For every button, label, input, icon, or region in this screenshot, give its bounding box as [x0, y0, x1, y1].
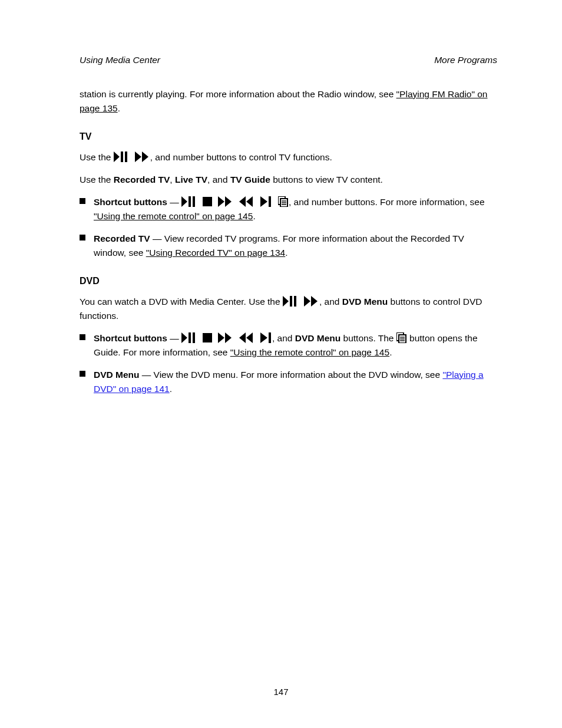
- dvd-menu-label: DVD Menu: [342, 297, 388, 307]
- tv-intro-line2d: buttons to view TV content.: [270, 174, 383, 185]
- tv-b1-t1: —: [170, 197, 181, 207]
- play-pause-icon: [181, 196, 197, 207]
- bullet-icon: [80, 232, 94, 241]
- dvd-intro-b: , and: [319, 297, 342, 307]
- svg-marker-12: [246, 196, 253, 207]
- svg-rect-14: [269, 196, 271, 207]
- next-icon: [260, 196, 272, 207]
- header-left: Using Media Center: [80, 53, 160, 67]
- tv-intro-line2: Use the Recorded TV, Live TV, and TV Gui…: [80, 173, 497, 187]
- tv-bullet-1-label: Shortcut buttons: [94, 197, 167, 207]
- svg-rect-34: [269, 332, 271, 343]
- dvd-bullet-2: DVD Menu — View the DVD menu. For more i…: [94, 368, 497, 396]
- svg-marker-20: [283, 296, 289, 307]
- tv-bullet-1: Shortcut buttons — , and number buttons.…: [94, 195, 497, 223]
- svg-rect-28: [203, 333, 212, 342]
- dvd-b1-t2: , and: [272, 333, 295, 343]
- bullet-icon: [80, 331, 94, 340]
- tv-intro-pre: Use the: [80, 152, 114, 162]
- tv-b1-t2: , and number buttons. For more informati…: [289, 197, 485, 207]
- dvd-menu-label-2: DVD Menu: [295, 333, 341, 343]
- dvd-b2-t1: — View the DVD menu. For more informatio…: [140, 370, 443, 380]
- svg-marker-0: [114, 151, 120, 162]
- tv-intro-suffix: , and number buttons to control TV funct…: [150, 152, 332, 162]
- svg-marker-5: [181, 196, 187, 207]
- guide-icon: [278, 196, 289, 207]
- tv-bullet-2: Recorded TV — View recorded TV programs.…: [94, 232, 497, 260]
- play-pause-icon: [114, 151, 129, 162]
- tv-b1-link[interactable]: "Using the remote control" on page 145: [94, 211, 253, 221]
- svg-marker-25: [181, 332, 187, 343]
- rewind-icon: [239, 332, 254, 343]
- intro-paragraph: station is currently playing. For more i…: [80, 87, 497, 116]
- fast-forward-icon: [218, 196, 233, 207]
- header-right: More Programs: [434, 53, 497, 67]
- svg-rect-8: [203, 197, 212, 206]
- tv-b2-t2: .: [285, 248, 287, 258]
- svg-rect-1: [121, 151, 123, 162]
- svg-marker-31: [239, 332, 246, 343]
- tv-bullet-2-label: Recorded TV: [94, 233, 150, 243]
- dvd-b1-t1: —: [170, 333, 181, 343]
- svg-rect-7: [193, 196, 195, 207]
- tv-intro-line2b: ,: [170, 174, 175, 185]
- fast-forward-icon: [135, 151, 150, 162]
- svg-marker-32: [246, 332, 253, 343]
- dvd-intro-a: You can watch a DVD with Media Center. U…: [80, 297, 283, 307]
- svg-rect-21: [290, 296, 292, 307]
- svg-rect-27: [193, 332, 195, 343]
- fast-forward-icon: [304, 296, 319, 307]
- dvd-b1-t3: buttons. The: [340, 333, 396, 343]
- svg-rect-6: [189, 196, 191, 207]
- stop-icon: [203, 197, 212, 206]
- live-tv-label: Live TV: [175, 174, 207, 185]
- dvd-b2-t2: .: [170, 384, 172, 394]
- fast-forward-icon: [218, 332, 233, 343]
- dvd-bullet-1-label: Shortcut buttons: [94, 333, 167, 343]
- stop-icon: [203, 333, 212, 342]
- tv-b1-t3: .: [253, 211, 255, 221]
- tv-intro-line2c: , and: [207, 174, 230, 185]
- tv-section-title: TV: [80, 130, 497, 144]
- svg-marker-24: [311, 296, 318, 307]
- svg-marker-13: [260, 196, 267, 207]
- dvd-section-title: DVD: [80, 274, 497, 289]
- svg-marker-29: [218, 332, 224, 343]
- svg-rect-22: [294, 296, 296, 307]
- svg-marker-11: [239, 196, 246, 207]
- tv-intro-line2a: Use the: [80, 174, 114, 185]
- intro-text-1: station is currently playing. For more i…: [80, 89, 396, 99]
- tv-guide-label: TV Guide: [230, 174, 270, 185]
- dvd-bullet-1: Shortcut buttons — , and DVD Menu button…: [94, 331, 497, 360]
- svg-marker-4: [142, 151, 148, 162]
- svg-marker-23: [304, 296, 310, 307]
- svg-marker-10: [225, 196, 232, 207]
- rewind-icon: [239, 196, 254, 207]
- svg-marker-30: [225, 332, 232, 343]
- play-pause-icon: [283, 296, 298, 307]
- dvd-b1-t5: .: [389, 347, 392, 357]
- dvd-b1-link[interactable]: "Using the remote control" on page 145: [230, 347, 389, 357]
- bullet-icon: [80, 195, 94, 204]
- bullet-icon: [80, 368, 94, 377]
- dvd-bullet-2-label: DVD Menu: [94, 370, 140, 380]
- next-icon: [260, 332, 272, 343]
- play-pause-icon: [181, 332, 197, 343]
- svg-marker-3: [135, 151, 141, 162]
- svg-marker-33: [260, 332, 267, 343]
- dvd-intro-line1: You can watch a DVD with Media Center. U…: [80, 295, 497, 323]
- guide-icon: [396, 332, 407, 343]
- recorded-tv-label: Recorded TV: [114, 174, 170, 185]
- svg-rect-26: [189, 332, 191, 343]
- svg-rect-2: [125, 151, 127, 162]
- intro-text-2: .: [118, 103, 120, 113]
- tv-b2-link[interactable]: "Using Recorded TV" on page 134: [146, 248, 285, 258]
- svg-marker-9: [218, 196, 224, 207]
- page-number: 147: [0, 685, 562, 699]
- tv-intro-line1: Use the , and number buttons to control …: [80, 150, 497, 164]
